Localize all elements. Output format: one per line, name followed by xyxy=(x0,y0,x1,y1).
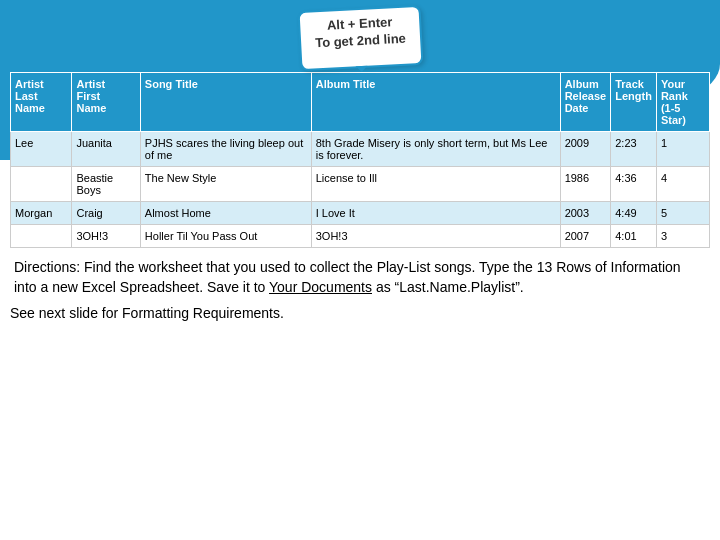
table-cell-r3-c2: Holler Til You Pass Out xyxy=(140,225,311,248)
table-body: LeeJuanitaPJHS scares the living bleep o… xyxy=(11,132,710,248)
table-cell-r1-c5: 4:36 xyxy=(611,167,657,202)
data-table-wrapper: ArtistLast Name ArtistFirstName Song Tit… xyxy=(10,72,710,248)
col-header-first-name: ArtistFirstName xyxy=(72,73,140,132)
table-cell-r1-c3: License to Ill xyxy=(311,167,560,202)
directions-as: as “Last.Name.Playlist”. xyxy=(372,279,524,295)
table-row: MorganCraigAlmost HomeI Love It20034:495 xyxy=(11,202,710,225)
callout-line1: Alt + Enter xyxy=(326,14,392,32)
main-content: Alt + Enter To get 2nd line ArtistLast N… xyxy=(0,0,720,321)
table-cell-r2-c2: Almost Home xyxy=(140,202,311,225)
table-cell-r1-c2: The New Style xyxy=(140,167,311,202)
callout-bubble: Alt + Enter To get 2nd line xyxy=(297,5,423,71)
table-cell-r0-c4: 2009 xyxy=(560,132,611,167)
table-cell-r3-c5: 4:01 xyxy=(611,225,657,248)
playlist-table: ArtistLast Name ArtistFirstName Song Tit… xyxy=(10,72,710,248)
table-cell-r0-c2: PJHS scares the living bleep out of me xyxy=(140,132,311,167)
table-cell-r1-c0 xyxy=(11,167,72,202)
table-cell-r0-c3: 8th Grade Misery is only short term, but… xyxy=(311,132,560,167)
callout-wrapper: Alt + Enter To get 2nd line xyxy=(10,8,710,68)
callout-line2: To get 2nd line xyxy=(314,31,405,51)
table-cell-r2-c5: 4:49 xyxy=(611,202,657,225)
table-cell-r2-c1: Craig xyxy=(72,202,140,225)
col-header-album-title: Album Title xyxy=(311,73,560,132)
col-header-track-length: TrackLength xyxy=(611,73,657,132)
table-cell-r0-c0: Lee xyxy=(11,132,72,167)
table-cell-r0-c1: Juanita xyxy=(72,132,140,167)
directions-text: Directions: Find the worksheet that you … xyxy=(10,258,710,297)
table-cell-r0-c5: 2:23 xyxy=(611,132,657,167)
table-cell-r1-c4: 1986 xyxy=(560,167,611,202)
table-cell-r1-c6: 4 xyxy=(656,167,709,202)
table-cell-r3-c0 xyxy=(11,225,72,248)
table-cell-r1-c1: Beastie Boys xyxy=(72,167,140,202)
see-next-text: See next slide for Formatting Requiremen… xyxy=(10,305,710,321)
col-header-song-title: Song Title xyxy=(140,73,311,132)
table-cell-r3-c1: 3OH!3 xyxy=(72,225,140,248)
table-row: 3OH!3Holler Til You Pass Out3OH!320074:0… xyxy=(11,225,710,248)
table-row: Beastie BoysThe New StyleLicense to Ill1… xyxy=(11,167,710,202)
table-cell-r3-c4: 2007 xyxy=(560,225,611,248)
table-cell-r3-c6: 3 xyxy=(656,225,709,248)
col-header-last-name: ArtistLast Name xyxy=(11,73,72,132)
directions-underline: Your Documents xyxy=(269,279,372,295)
table-cell-r3-c3: 3OH!3 xyxy=(311,225,560,248)
table-cell-r2-c0: Morgan xyxy=(11,202,72,225)
table-cell-r2-c6: 5 xyxy=(656,202,709,225)
table-cell-r2-c4: 2003 xyxy=(560,202,611,225)
table-cell-r2-c3: I Love It xyxy=(311,202,560,225)
table-cell-r0-c6: 1 xyxy=(656,132,709,167)
col-header-release-date: AlbumReleaseDate xyxy=(560,73,611,132)
table-row: LeeJuanitaPJHS scares the living bleep o… xyxy=(11,132,710,167)
col-header-rank: YourRank(1-5 Star) xyxy=(656,73,709,132)
table-header-row: ArtistLast Name ArtistFirstName Song Tit… xyxy=(11,73,710,132)
